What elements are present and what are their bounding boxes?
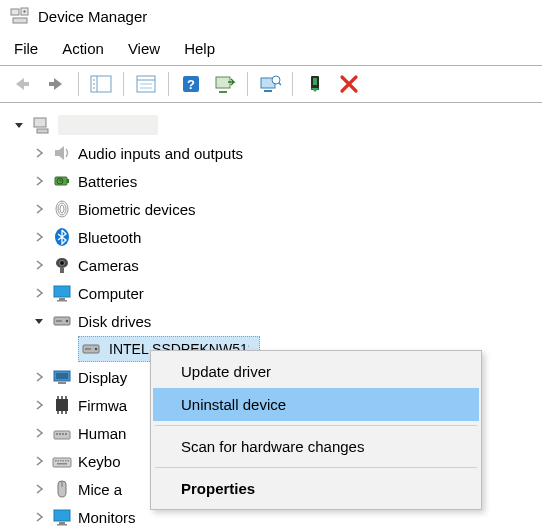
toolbar-separator	[78, 72, 79, 96]
display-adapter-icon	[52, 367, 72, 387]
svg-point-37	[60, 261, 65, 266]
toolbar-disable-device-button[interactable]	[333, 70, 365, 98]
ctx-scan-hardware[interactable]: Scan for hardware changes	[153, 430, 479, 463]
svg-rect-17	[216, 77, 230, 88]
hid-icon	[52, 423, 72, 443]
svg-rect-60	[59, 433, 61, 435]
ctx-update-driver[interactable]: Update driver	[153, 355, 479, 388]
svg-rect-64	[55, 460, 57, 462]
svg-rect-73	[59, 522, 65, 524]
chevron-right-icon[interactable]	[32, 174, 46, 188]
svg-rect-66	[60, 460, 62, 462]
toolbar-show-hide-tree-button[interactable]	[85, 70, 117, 98]
svg-point-21	[272, 76, 280, 84]
svg-point-46	[95, 348, 97, 350]
toolbar-separator	[123, 72, 124, 96]
svg-rect-1	[13, 18, 27, 23]
category-label: Human	[78, 425, 126, 442]
tree-root-computer[interactable]	[6, 111, 538, 139]
tree-category-disk-drives[interactable]: Disk drives	[6, 307, 538, 335]
category-label: Batteries	[78, 173, 137, 190]
toolbar-forward-button[interactable]	[40, 70, 72, 98]
svg-rect-27	[34, 118, 46, 127]
svg-rect-72	[54, 510, 70, 521]
category-label: Disk drives	[78, 313, 151, 330]
svg-rect-41	[57, 300, 67, 302]
category-label: Keybo	[78, 453, 121, 470]
chevron-right-icon[interactable]	[32, 146, 46, 160]
svg-rect-38	[60, 268, 64, 273]
svg-rect-50	[58, 382, 66, 384]
svg-rect-44	[56, 320, 62, 322]
svg-rect-62	[65, 433, 67, 435]
toolbar-help-button[interactable]: ?	[175, 70, 207, 98]
chevron-right-icon[interactable]	[32, 258, 46, 272]
monitor-icon	[52, 507, 72, 527]
svg-rect-74	[57, 524, 67, 526]
menu-view[interactable]: View	[128, 40, 160, 57]
svg-text:?: ?	[187, 77, 195, 92]
chevron-right-icon[interactable]	[32, 230, 46, 244]
ctx-properties[interactable]: Properties	[153, 472, 479, 505]
category-label: Firmwa	[78, 397, 127, 414]
svg-rect-20	[264, 90, 272, 92]
svg-point-43	[66, 320, 68, 322]
camera-icon	[52, 255, 72, 275]
mouse-icon	[52, 479, 72, 499]
svg-rect-61	[62, 433, 64, 435]
menu-bar: File Action View Help	[0, 34, 542, 65]
battery-icon	[52, 171, 72, 191]
chevron-right-icon[interactable]	[32, 510, 46, 524]
chevron-right-icon[interactable]	[32, 426, 46, 440]
tree-category-cameras[interactable]: Cameras	[6, 251, 538, 279]
ctx-uninstall-device[interactable]: Uninstall device	[153, 388, 479, 421]
svg-rect-49	[56, 373, 68, 379]
svg-rect-68	[65, 460, 67, 462]
tree-category-computer[interactable]: Computer	[6, 279, 538, 307]
svg-rect-67	[63, 460, 65, 462]
keyboard-icon	[52, 451, 72, 471]
fingerprint-icon	[52, 199, 72, 219]
category-label: Audio inputs and outputs	[78, 145, 243, 162]
device-manager-app-icon	[10, 6, 30, 26]
chevron-right-icon[interactable]	[32, 454, 46, 468]
toolbar-back-button[interactable]	[6, 70, 38, 98]
toolbar-update-driver-button[interactable]	[254, 70, 286, 98]
tree-category-biometric[interactable]: Biometric devices	[6, 195, 538, 223]
svg-rect-69	[68, 460, 70, 462]
svg-rect-0	[11, 9, 19, 15]
svg-rect-4	[23, 82, 29, 86]
toolbar-separator	[247, 72, 248, 96]
category-label: Display	[78, 369, 127, 386]
svg-rect-30	[67, 179, 69, 183]
svg-rect-24	[313, 78, 317, 85]
chevron-down-icon[interactable]	[12, 118, 26, 132]
svg-rect-59	[56, 433, 58, 435]
toolbar-enable-device-button[interactable]	[299, 70, 331, 98]
category-label: Computer	[78, 285, 144, 302]
tree-category-bluetooth[interactable]: Bluetooth	[6, 223, 538, 251]
chevron-down-icon[interactable]	[32, 314, 46, 328]
disk-drive-icon	[81, 339, 101, 359]
menu-file[interactable]: File	[14, 40, 38, 57]
chevron-right-icon[interactable]	[32, 482, 46, 496]
svg-point-3	[23, 10, 25, 12]
chevron-right-icon[interactable]	[32, 398, 46, 412]
bluetooth-icon	[52, 227, 72, 247]
svg-rect-70	[57, 463, 67, 465]
chevron-right-icon[interactable]	[32, 286, 46, 300]
svg-rect-5	[49, 82, 55, 86]
toolbar-scan-hardware-button[interactable]	[209, 70, 241, 98]
title-bar: Device Manager	[0, 0, 542, 34]
chevron-right-icon[interactable]	[32, 370, 46, 384]
tree-category-audio[interactable]: Audio inputs and outputs	[6, 139, 538, 167]
svg-rect-39	[54, 286, 70, 297]
category-label: Cameras	[78, 257, 139, 274]
menu-help[interactable]: Help	[184, 40, 215, 57]
tree-category-batteries[interactable]: Batteries	[6, 167, 538, 195]
menu-action[interactable]: Action	[62, 40, 104, 57]
chevron-right-icon[interactable]	[32, 202, 46, 216]
toolbar-separator	[168, 72, 169, 96]
toolbar-properties-button[interactable]	[130, 70, 162, 98]
svg-rect-47	[85, 348, 91, 350]
